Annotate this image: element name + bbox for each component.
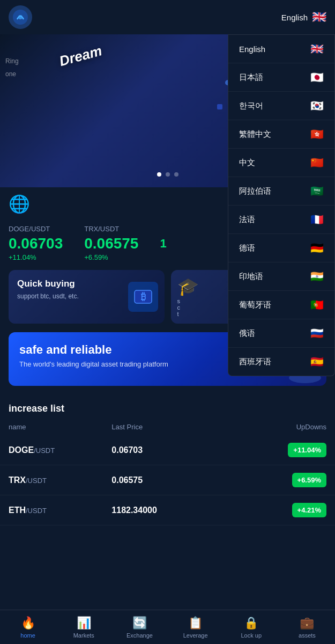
lang-item-label: English [239, 45, 265, 54]
lang-item-7[interactable]: 德语 🇩🇪 [228, 234, 334, 262]
markets-nav-icon: 📊 [77, 616, 91, 630]
price-col: 0.06703 [111, 445, 240, 455]
lang-item-0[interactable]: English 🇬🇧 [228, 35, 334, 63]
markets-nav-label: Markets [73, 632, 94, 639]
change-badge: +11.04% [288, 443, 326, 457]
hero-line1: Ring [5, 55, 19, 68]
lang-item-flag: 🇪🇸 [310, 355, 324, 368]
price-value: 1182.34000 [111, 506, 157, 515]
change-badge: +4.21% [292, 503, 326, 517]
hero-dots [157, 172, 178, 177]
lang-item-1[interactable]: 日本語 🇯🇵 [228, 63, 334, 92]
lang-item-label: 印地语 [239, 272, 263, 282]
ticker-trx-change: +6.59% [84, 253, 138, 261]
lang-item-label: 葡萄牙语 [239, 300, 271, 310]
home-nav-label: home [20, 632, 35, 639]
lang-item-label: 法语 [239, 215, 255, 225]
coin-name-col: DOGE/USDT [9, 445, 111, 455]
nav-item-assets[interactable]: 💼 assets [279, 612, 335, 643]
lang-item-flag: 🇭🇰 [310, 128, 324, 141]
lang-item-label: 西班牙语 [239, 357, 271, 367]
section-title: increase list [0, 394, 335, 419]
price-value: 0.06575 [111, 475, 143, 485]
nav-item-lock-up[interactable]: 🔒 Lock up [224, 612, 279, 643]
increase-list-section: increase list name Last Price UpDowns DO… [0, 394, 335, 525]
exchange-nav-icon: 🔄 [132, 616, 147, 630]
list-rows: DOGE/USDT 0.06703 +11.04% TRX/USDT 0.065… [0, 435, 335, 525]
hero-dot-2[interactable] [166, 172, 170, 177]
coin-pair: /USDT [26, 477, 47, 485]
second-card-text: sct [177, 298, 181, 317]
lang-item-flag: 🇸🇦 [310, 185, 324, 197]
price-col: 1182.34000 [111, 506, 240, 515]
lock up-nav-icon: 🔒 [244, 616, 258, 630]
hero-line2: one [5, 68, 19, 80]
ticker-partial[interactable]: 1 [160, 225, 166, 261]
language-button[interactable]: English 🇬🇧 [281, 10, 326, 24]
coin-name: TRX [9, 475, 26, 485]
table-row[interactable]: TRX/USDT 0.06575 +6.59% [0, 465, 335, 495]
change-badge: +6.59% [292, 473, 326, 487]
nav-item-markets[interactable]: 📊 Markets [56, 612, 111, 643]
coin-pair: /USDT [26, 507, 47, 515]
lang-item-10[interactable]: 俄语 🇷🇺 [228, 319, 334, 348]
quick-buying-card[interactable]: Quick buying support btc, usdt, etc. ₿ [9, 270, 165, 324]
ticker-trx[interactable]: TRX/USDT 0.06575 +6.59% [84, 225, 138, 261]
leverage-nav-label: Leverage [183, 632, 208, 639]
lang-item-label: 中文 [239, 158, 255, 168]
header-name: name [9, 423, 111, 431]
ticker-trx-price: 0.06575 [84, 235, 138, 252]
hero-dot-3[interactable] [174, 172, 178, 177]
change-col: +6.59% [241, 473, 326, 487]
lang-item-6[interactable]: 法语 🇫🇷 [228, 206, 334, 234]
lang-item-flag: 🇬🇧 [310, 42, 324, 55]
svg-text:₿: ₿ [140, 291, 145, 302]
nav-item-home[interactable]: 🔥 home [0, 612, 56, 643]
hero-left-text: Ring one [0, 50, 24, 85]
lang-item-8[interactable]: 印地语 🇮🇳 [228, 262, 334, 291]
ticker-trx-label: TRX/USDT [84, 225, 138, 233]
lang-label: English [281, 13, 308, 22]
lang-item-flag: 🇨🇳 [310, 156, 324, 169]
nav-item-exchange[interactable]: 🔄 Exchange [111, 612, 167, 643]
ticker-doge-change: +11.04% [9, 253, 63, 261]
change-col: +4.21% [241, 503, 326, 517]
globe-icon: 🌐 [9, 194, 30, 214]
leverage-nav-icon: 📋 [188, 616, 203, 630]
lang-item-label: 한국어 [239, 101, 263, 111]
coin-pair: /USDT [34, 447, 55, 455]
ticker-doge[interactable]: DOGE/USDT 0.06703 +11.04% [9, 225, 63, 261]
coin-name: ETH [9, 506, 26, 515]
nav-item-leverage[interactable]: 📋 Leverage [168, 612, 224, 643]
price-value: 0.06703 [111, 445, 143, 455]
lang-item-flag: 🇫🇷 [310, 213, 324, 226]
lang-item-2[interactable]: 한국어 🇰🇷 [228, 92, 334, 120]
coin-name-col: ETH/USDT [9, 506, 111, 515]
app-logo[interactable] [9, 5, 32, 29]
table-row[interactable]: ETH/USDT 1182.34000 +4.21% [0, 495, 335, 525]
lang-item-11[interactable]: 西班牙语 🇪🇸 [228, 348, 334, 376]
ticker-doge-price: 0.06703 [9, 235, 63, 252]
list-header: name Last Price UpDowns [0, 419, 335, 435]
change-col: +11.04% [241, 443, 326, 457]
bottom-nav: 🔥 home 📊 Markets 🔄 Exchange 📋 Leverage 🔒… [0, 610, 335, 644]
lang-item-5[interactable]: 阿拉伯语 🇸🇦 [228, 177, 334, 206]
lang-flag: 🇬🇧 [312, 10, 326, 24]
hero-dream-text: Dream [57, 42, 103, 70]
lang-item-flag: 🇵🇹 [310, 298, 324, 311]
exchange-nav-label: Exchange [126, 632, 153, 639]
lang-item-9[interactable]: 葡萄牙语 🇵🇹 [228, 291, 334, 319]
assets-nav-label: assets [299, 632, 316, 639]
svg-rect-15 [217, 104, 222, 109]
assets-nav-icon: 💼 [300, 616, 314, 630]
lang-item-flag: 🇮🇳 [310, 270, 324, 283]
lang-item-4[interactable]: 中文 🇨🇳 [228, 149, 334, 177]
table-row[interactable]: DOGE/USDT 0.06703 +11.04% [0, 435, 335, 465]
lang-item-3[interactable]: 繁體中文 🇭🇰 [228, 120, 334, 149]
lang-item-flag: 🇯🇵 [310, 71, 324, 84]
lang-item-label: 德语 [239, 243, 255, 253]
hero-dot-1[interactable] [157, 172, 161, 177]
lang-item-flag: 🇩🇪 [310, 241, 324, 254]
header-change: UpDowns [241, 423, 326, 431]
lang-item-flag: 🇰🇷 [310, 99, 324, 112]
